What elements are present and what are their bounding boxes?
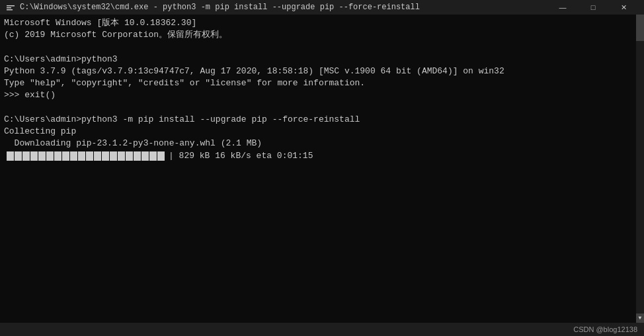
window-controls[interactable]: — □ ✕ [547,0,639,15]
statusbar-text: CSDN @blog12138 [573,325,637,333]
progress-block [15,151,22,161]
terminal-output: Microsoft Windows [版本 10.0.18362.30] (c)… [4,17,640,149]
svg-rect-1 [7,5,15,7]
progress-block [54,151,61,161]
scrollbar[interactable]: ▲ ▼ [636,15,644,323]
progress-block [94,151,101,161]
scrollbar-thumb[interactable] [636,15,644,41]
svg-rect-2 [7,7,11,9]
scroll-down-button[interactable]: ▼ [636,314,644,323]
progress-block [157,151,165,161]
progress-block [22,151,30,161]
progress-block [30,151,38,161]
progress-block [118,151,125,161]
progress-bar [7,151,165,161]
terminal-area: Microsoft Windows [版本 10.0.18362.30] (c)… [0,15,644,323]
app-icon [5,2,16,13]
progress-block [149,151,157,161]
maximize-button[interactable]: □ [578,0,608,15]
progress-block [134,151,141,161]
progress-block [86,151,93,161]
progress-block [38,151,46,161]
progress-block [7,151,14,161]
progress-block [141,151,149,161]
minimize-button[interactable]: — [547,0,578,15]
progress-block [126,151,133,161]
progress-row: | 829 kB 16 kB/s eta 0:01:15 [4,150,640,162]
svg-rect-3 [7,9,13,11]
statusbar: CSDN @blog12138 [0,323,644,336]
progress-block [62,151,69,161]
progress-block [110,151,117,161]
progress-block [46,151,54,161]
progress-block [78,151,85,161]
titlebar: C:\Windows\system32\cmd.exe - python3 -m… [0,0,644,15]
close-button[interactable]: ✕ [608,0,639,15]
progress-block [102,151,109,161]
progress-block [70,151,77,161]
progress-status: | 829 kB 16 kB/s eta 0:01:15 [169,150,313,162]
titlebar-title: C:\Windows\system32\cmd.exe - python3 -m… [20,3,547,12]
